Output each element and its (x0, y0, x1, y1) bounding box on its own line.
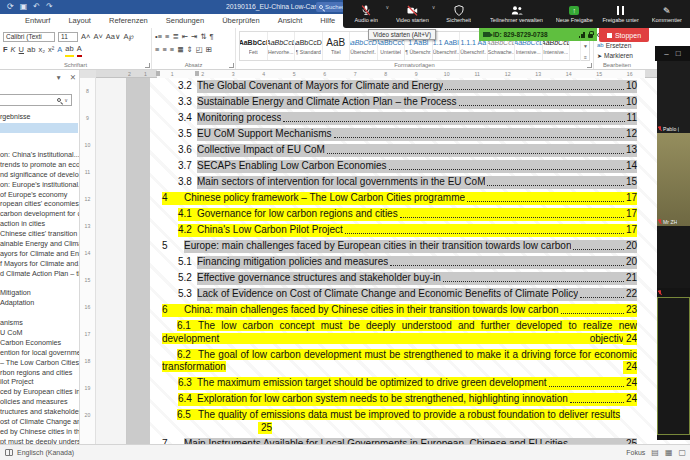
toc-entry-6.5[interactable]: 6.5The quality of emissions data must be… (162, 409, 637, 434)
participant-tile[interactable]: Mr ZH (657, 133, 690, 226)
underline-icon[interactable]: U (19, 44, 24, 56)
navpane-results-tab[interactable]: rgebnisse (0, 113, 30, 120)
redo-icon[interactable]: ↷ (46, 0, 53, 14)
sort-icon[interactable]: ⇅ (200, 31, 206, 43)
navpane-selected-item[interactable] (0, 123, 78, 133)
navpane-item[interactable]: tructures and stakeholder... (0, 407, 80, 417)
manage-participants-button[interactable]: Teilnehmer verwalten (482, 0, 551, 28)
navpane-item[interactable]: on: Europe's institutional... (0, 180, 80, 190)
align-left-icon[interactable]: ≡ (155, 44, 159, 56)
paragraph-dialog-launcher[interactable] (229, 63, 234, 68)
shrink-font-icon[interactable]: A˅ (93, 31, 102, 43)
document-page[interactable]: 3.2The Global Covenant of Mayors for Cli… (150, 78, 690, 444)
navpane-item[interactable]: ainable Energy and Climat... (0, 239, 80, 249)
toc-entry-4.2[interactable]: 4.2China's Low Carbon Pilot Project17 (162, 224, 637, 237)
ribbon-tab[interactable]: Ansicht (269, 14, 312, 28)
navpane-item[interactable]: rbon regions and cities (0, 368, 80, 378)
navpane-item[interactable]: d Climate Action Plan – th... (0, 269, 80, 279)
toc-entry-6.3[interactable]: 6.3The maximum emission target should be… (162, 377, 637, 390)
navpane-item[interactable]: U CoM (0, 328, 80, 338)
grow-font-icon[interactable]: A˄ (81, 31, 90, 43)
clear-format-icon[interactable]: A℘ (123, 31, 133, 43)
toc-entry-3.3[interactable]: 3.3Sustainable Energy and Climate Action… (162, 96, 637, 109)
navpane-item[interactable]: pt must be deeply underst... (0, 437, 80, 444)
read-mode-icon[interactable]: ▤ (651, 448, 659, 457)
annotate-button[interactable]: ✎ Kommentier (644, 0, 690, 28)
unmute-audio-button[interactable]: Audio ein ∨ (343, 0, 389, 28)
navpane-item[interactable]: – The Low Carbon Cities pr... (0, 358, 80, 368)
navpane-item[interactable]: action in cities (0, 219, 80, 229)
ribbon-tab[interactable]: Überprüfen (213, 14, 269, 28)
navpane-search-input[interactable]: ∨ (0, 94, 72, 106)
titlebar-search[interactable]: Suchen (316, 2, 344, 12)
style-cell[interactable]: 1.1 AaBl Überschrif... (433, 32, 461, 60)
highlight-color-icon[interactable]: ab (65, 43, 73, 57)
start-video-button[interactable]: Video starten ∨ (389, 0, 435, 28)
numbering-icon[interactable]: ≡ (165, 31, 169, 43)
pilcrow-icon[interactable]: ¶ (210, 31, 214, 43)
bold-icon[interactable]: F (3, 44, 8, 56)
navpane-item[interactable]: ention for local governme... (0, 348, 80, 358)
font-dialog-launcher[interactable] (145, 63, 150, 68)
hanging-indent-marker[interactable] (195, 71, 199, 76)
chevron-down-icon[interactable]: ∨ (64, 97, 68, 103)
vertical-ruler[interactable]: 891011121314151617181920 (80, 78, 96, 444)
active-speaker-tile[interactable] (657, 297, 690, 435)
style-cell[interactable]: AaBbCcL Hervorhe... (268, 32, 296, 60)
security-button[interactable]: Sicherheit (436, 0, 482, 28)
toc-entry-6.2[interactable]: 6.2The goal of low carbon development mu… (162, 349, 637, 374)
text-effects-icon[interactable]: A (57, 44, 62, 56)
strikethrough-icon[interactable]: ab (27, 44, 35, 56)
participant-tile[interactable]: Pablo ( (657, 61, 690, 133)
styles-dialog-launcher[interactable] (587, 63, 592, 68)
navpane-item[interactable] (0, 308, 80, 318)
proofing-icon[interactable] (5, 449, 13, 456)
toc-entry-3.6[interactable]: 3.6Collective Impact of EU CoM13 (162, 144, 637, 157)
horizontal-ruler[interactable]: 2 1 12345678910111213141516 (96, 70, 690, 78)
toc-entry-6.4[interactable]: 6.4Exploration for low carbon system nee… (162, 393, 637, 406)
ribbon-tab[interactable]: Sendungen (157, 14, 213, 28)
superscript-icon[interactable]: x² (48, 44, 54, 56)
print-layout-icon[interactable]: ▦ (665, 448, 673, 457)
navpane-item[interactable]: ost of Climate Change and... (0, 417, 80, 427)
toc-entry-3.5[interactable]: 3.5EU CoM Support Mechanisms12 (162, 128, 637, 141)
multilevel-icon[interactable]: ≣ (172, 31, 178, 43)
navpane-item[interactable]: carbon development for c... (0, 209, 80, 219)
navpane-item[interactable]: ilot Project (0, 377, 80, 387)
toc-entry-3.4[interactable]: 3.4Monitoring process11 (162, 112, 637, 125)
borders-icon[interactable]: ⊞ (206, 44, 212, 56)
change-case-icon[interactable]: Aa∨ (106, 31, 121, 43)
toc-entry-5[interactable]: 5Europe: main challenges faced by Europe… (162, 240, 637, 253)
font-color-icon[interactable]: A (77, 43, 82, 57)
navpane-item[interactable]: ayors for Climate and Ener... (0, 249, 80, 259)
toc-entry-5.1[interactable]: 5.1Financing mitigation policies and mea… (162, 256, 637, 269)
font-name-combo[interactable]: Calibri (Texti (3, 32, 55, 42)
ribbon-tab[interactable]: Hilfe (311, 14, 344, 28)
toc-entry-4[interactable]: 4Chinese policy framework – The Low Carb… (162, 192, 637, 205)
style-cell[interactable]: AaBbCcI Fett (240, 32, 268, 60)
new-share-button[interactable]: ↑ Neue Freigabe (551, 0, 597, 28)
ribbon-tab[interactable]: Layout (59, 14, 100, 28)
subscript-icon[interactable]: x₂ (38, 44, 45, 56)
navpane-item[interactable]: anisms (0, 318, 80, 328)
pause-share-button[interactable]: Freigabe unter (597, 0, 643, 28)
toc-entry-5.2[interactable]: 5.2Effective governance structures and s… (162, 272, 637, 285)
toc-entry-6.1[interactable]: 6.1The low carbon concept must be deeply… (162, 320, 637, 345)
web-layout-icon[interactable]: ▢ (678, 448, 686, 457)
minimize-icon[interactable]: – (664, 49, 668, 58)
gallery-more-icon[interactable]: ≡ (584, 54, 587, 60)
navpane-item[interactable]: on: China's institutional... (0, 150, 80, 160)
toc-entry-3.7[interactable]: 3.7SECAPs Enabling Low Carbon Economies1… (162, 160, 637, 173)
toc-entry-4.1[interactable]: 4.1Governance for low carbon regions and… (162, 208, 637, 221)
navpane-dropdown-icon[interactable]: ▾ (57, 73, 61, 82)
navpane-item[interactable]: f Mayors for Climate and... (0, 259, 80, 269)
navpane-item[interactable]: nd significance of develo... (0, 170, 80, 180)
navpane-item[interactable]: Carbon Economies (0, 338, 80, 348)
shading-icon[interactable]: ◰ (196, 44, 203, 56)
focus-mode-button[interactable]: Fokus (626, 449, 645, 456)
ribbon-tab[interactable]: Referenzen (100, 14, 157, 28)
navpane-item[interactable]: of Europe's economy (0, 190, 80, 200)
navpane-item[interactable] (0, 279, 80, 289)
navpane-item[interactable]: ed by Chinese cities in thei... (0, 427, 80, 437)
autosave-icon[interactable]: ⟳ (7, 0, 14, 14)
